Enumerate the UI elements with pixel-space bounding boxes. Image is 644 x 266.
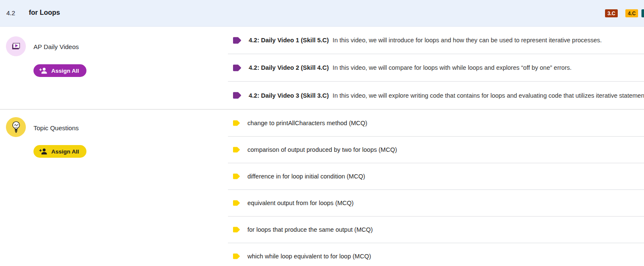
videos-section-title: AP Daily Videos <box>33 43 79 50</box>
video-library-icon <box>6 36 26 56</box>
video-row-3[interactable]: 4.2: Daily Video 3 (Skill 3.C) In this v… <box>228 82 644 109</box>
question-tag-icon <box>232 253 241 260</box>
person-add-icon <box>39 148 47 155</box>
video-description: In this video, we will explore writing c… <box>333 92 644 99</box>
questions-section-title: Topic Questions <box>33 124 79 132</box>
skill-badge-3c[interactable]: 3.C <box>605 9 618 17</box>
question-tag-icon <box>232 146 241 153</box>
video-tag-icon <box>232 91 242 99</box>
question-title[interactable]: which while loop equivalent to for loop … <box>247 253 371 260</box>
question-row-6[interactable]: which while loop equivalent to for loop … <box>228 243 644 266</box>
question-row-3[interactable]: difference in for loop initial condition… <box>228 163 644 190</box>
section-ap-daily-videos: AP Daily Videos Assign All 4.2: Daily Vi… <box>0 27 644 110</box>
question-tag-icon <box>232 173 241 180</box>
question-title[interactable]: comparison of output produced by two for… <box>247 146 397 153</box>
lightbulb-icon <box>6 117 26 137</box>
video-play-icon <box>10 40 22 53</box>
question-tag-icon <box>232 120 241 126</box>
video-row-2[interactable]: 4.2: Daily Video 2 (Skill 4.C) In this v… <box>228 54 644 82</box>
assign-all-videos-button[interactable]: Assign All <box>33 64 86 77</box>
video-title[interactable]: 4.2: Daily Video 3 (Skill 3.C) <box>249 92 329 99</box>
question-row-1[interactable]: change to printAllCharacters method (MCQ… <box>228 110 644 137</box>
skill-badges: 3.C 4.C <box>605 9 638 17</box>
question-row-2[interactable]: comparison of output produced by two for… <box>228 137 644 163</box>
question-title[interactable]: difference in for loop initial condition… <box>247 173 365 180</box>
question-row-5[interactable]: for loops that produce the same output (… <box>228 217 644 243</box>
video-tag-icon <box>232 64 242 72</box>
question-title[interactable]: equivalent output from for loops (MCQ) <box>247 200 354 206</box>
skill-badge-partial[interactable] <box>641 9 644 17</box>
skill-badge-4c[interactable]: 4.C <box>625 9 638 17</box>
video-tag-icon <box>232 36 242 44</box>
topic-number: 4.2 <box>6 9 15 16</box>
question-tag-icon <box>232 226 241 233</box>
question-row-4[interactable]: equivalent output from for loops (MCQ) <box>228 190 644 217</box>
video-description: In this video, we will introduce for loo… <box>333 37 602 44</box>
assign-all-questions-label: Assign All <box>51 148 79 155</box>
questions-left-column: Topic Questions Assign All <box>0 110 228 266</box>
videos-left-column: AP Daily Videos Assign All <box>0 27 228 109</box>
video-title[interactable]: 4.2: Daily Video 2 (Skill 4.C) <box>249 64 329 71</box>
lightbulb-glyph <box>10 120 22 134</box>
question-title[interactable]: change to printAllCharacters method (MCQ… <box>247 120 367 126</box>
video-row-1[interactable]: 4.2: Daily Video 1 (Skill 5.C) In this v… <box>228 27 644 54</box>
topic-title: for Loops <box>29 9 60 16</box>
question-tag-icon <box>232 200 241 206</box>
assign-all-videos-label: Assign All <box>51 68 79 74</box>
person-add-icon <box>39 67 47 74</box>
assign-all-questions-button[interactable]: Assign All <box>33 145 86 158</box>
section-topic-questions: Topic Questions Assign All change to pri… <box>0 110 644 266</box>
question-title[interactable]: for loops that produce the same output (… <box>247 226 373 233</box>
question-rows: change to printAllCharacters method (MCQ… <box>228 110 644 266</box>
video-description: In this video, we will compare for loops… <box>333 64 572 71</box>
topic-page: 4.2 for Loops 3.C 4.C AP Daily Videos <box>0 0 644 266</box>
video-rows: 4.2: Daily Video 1 (Skill 5.C) In this v… <box>228 27 644 109</box>
video-title[interactable]: 4.2: Daily Video 1 (Skill 5.C) <box>249 37 329 44</box>
topic-header: 4.2 for Loops 3.C 4.C <box>0 0 644 27</box>
